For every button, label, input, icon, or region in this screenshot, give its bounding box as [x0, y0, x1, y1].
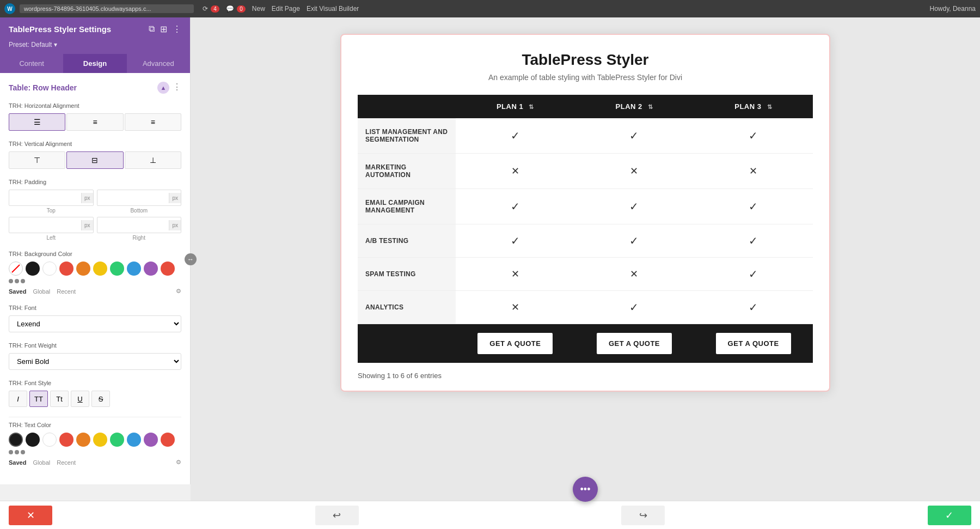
color-transparent[interactable]: [9, 262, 23, 276]
edit-page-button[interactable]: Edit Page: [272, 5, 300, 13]
new-button[interactable]: New: [252, 5, 265, 13]
cancel-button[interactable]: ✕: [9, 506, 52, 525]
text-color-black-active[interactable]: [9, 433, 23, 447]
url-bar[interactable]: wordpress-784896-3610405.cloudwaysapps.c…: [20, 4, 194, 13]
collapse-button[interactable]: ▲: [157, 82, 169, 94]
text-color-yellow[interactable]: [93, 433, 107, 447]
text-color-white[interactable]: [42, 433, 57, 447]
padding-top-input[interactable]: [9, 192, 81, 204]
strikethrough-button[interactable]: S: [91, 391, 110, 407]
header-plan3[interactable]: PLAN 3 ⇅: [694, 95, 813, 118]
text-color-blue[interactable]: [127, 433, 141, 447]
padding-left-input[interactable]: [9, 219, 81, 231]
color-blue[interactable]: [127, 262, 141, 276]
underline-button[interactable]: U: [71, 391, 89, 407]
copy-icon[interactable]: ⧉: [149, 24, 155, 34]
tab-design[interactable]: Design: [63, 54, 126, 73]
align-center-button[interactable]: ≡: [66, 113, 123, 131]
valign-bottom-button[interactable]: ⊥: [125, 151, 181, 169]
table-footer-row: GET A QUOTE GET A QUOTE GET A QUOTE: [358, 324, 813, 363]
color-settings-gear[interactable]: ⚙: [176, 288, 181, 295]
header-plan1[interactable]: PLAN 1 ⇅: [456, 95, 575, 118]
valign-middle-button[interactable]: ⊟: [66, 151, 123, 169]
check-icon: ✓: [749, 268, 758, 280]
plan1-cell-row5: ✕: [456, 291, 575, 324]
fab-button[interactable]: •••: [573, 477, 598, 501]
wordpress-icon[interactable]: W: [4, 3, 15, 14]
text-color-purple[interactable]: [144, 433, 158, 447]
check-icon: ✓: [511, 235, 520, 247]
tab-content[interactable]: Content: [0, 54, 63, 73]
padding-top-unit[interactable]: px: [81, 193, 93, 203]
color-white[interactable]: [42, 262, 57, 276]
color-red2[interactable]: [161, 262, 175, 276]
text-color-green[interactable]: [110, 433, 124, 447]
table-showing-text: Showing 1 to 6 of 6 entries: [358, 372, 813, 380]
check-icon: ✓: [629, 235, 639, 247]
align-left-button[interactable]: ☰: [9, 113, 65, 131]
check-icon: ✓: [749, 130, 758, 142]
saved-tab[interactable]: Saved: [9, 288, 26, 295]
font-select[interactable]: Lexend: [9, 315, 181, 332]
section-more-icon[interactable]: ⋮: [173, 82, 181, 94]
plan2-cell-row1: ✕: [575, 154, 694, 189]
text-recent-tab[interactable]: Recent: [57, 459, 76, 466]
header-plan2[interactable]: PLAN 2 ⇅: [575, 95, 694, 118]
padding-right-input[interactable]: [97, 219, 169, 231]
align-right-button[interactable]: ≡: [125, 113, 181, 131]
text-color-settings-gear[interactable]: ⚙: [176, 459, 181, 466]
footer-plan1: GET A QUOTE: [456, 324, 575, 363]
sidebar-header-icons: ⧉ ⊞ ⋮: [149, 24, 181, 34]
color-black[interactable]: [26, 262, 40, 276]
padding-right-unit[interactable]: px: [169, 220, 181, 230]
uppercase-button[interactable]: TT: [29, 391, 48, 407]
text-color-black[interactable]: [26, 433, 40, 447]
recent-tab[interactable]: Recent: [57, 288, 76, 295]
valign-top-button[interactable]: ⊤: [9, 151, 65, 169]
color-red[interactable]: [59, 262, 74, 276]
divider: [9, 417, 181, 417]
cross-icon: ✕: [630, 166, 638, 177]
font-weight-select[interactable]: Semi Bold: [9, 353, 181, 370]
padding-bottom-input[interactable]: [97, 192, 169, 204]
text-color-red2[interactable]: [161, 433, 175, 447]
comparison-table: PLAN 1 ⇅ PLAN 2 ⇅ PLAN 3 ⇅ LIST MANAGEME…: [358, 95, 813, 363]
exit-visual-builder-button[interactable]: Exit Visual Builder: [307, 5, 359, 13]
h-align-buttons: ☰ ≡ ≡: [9, 113, 181, 131]
padding-bottom-unit[interactable]: px: [169, 193, 181, 203]
get-quote-plan2-button[interactable]: GET A QUOTE: [597, 333, 672, 354]
text-global-tab[interactable]: Global: [33, 459, 50, 466]
color-orange[interactable]: [76, 262, 90, 276]
padding-bottom-label: Bottom: [97, 208, 182, 214]
italic-button[interactable]: I: [9, 391, 27, 407]
table-row: EMAIL CAMPAIGN MANAGEMENT✓✓✓: [358, 189, 813, 224]
global-tab[interactable]: Global: [33, 288, 50, 295]
check-icon: ✓: [749, 235, 758, 247]
more-options-icon[interactable]: ⋮: [173, 24, 181, 34]
trh-font-weight-label: TRH: Font Weight: [9, 342, 181, 349]
plan2-cell-row4: ✕: [575, 258, 694, 291]
text-saved-tab[interactable]: Saved: [9, 459, 26, 466]
preset-selector[interactable]: Preset: Default: [0, 41, 190, 54]
save-button[interactable]: ✓: [928, 506, 971, 525]
capitalize-button[interactable]: Tt: [50, 391, 69, 407]
check-icon: ✓: [749, 301, 758, 313]
color-yellow[interactable]: [93, 262, 107, 276]
color-purple[interactable]: [144, 262, 158, 276]
get-quote-plan1-button[interactable]: GET A QUOTE: [477, 333, 553, 354]
trh-horizontal-alignment: TRH: Horizontal Alignment ☰ ≡ ≡: [9, 102, 181, 131]
tab-advanced[interactable]: Advanced: [127, 54, 190, 73]
text-color-orange[interactable]: [76, 433, 90, 447]
undo-button[interactable]: ↩: [315, 506, 359, 525]
grid-icon[interactable]: ⊞: [160, 24, 167, 34]
color-green[interactable]: [110, 262, 124, 276]
cache-icon[interactable]: ⟳ 4: [203, 5, 219, 13]
sidebar-tabs: Content Design Advanced: [0, 54, 190, 73]
redo-button[interactable]: ↪: [621, 506, 665, 525]
padding-left-unit[interactable]: px: [81, 220, 93, 230]
get-quote-plan3-button[interactable]: GET A QUOTE: [716, 333, 791, 354]
sidebar-content: Table: Row Header ▲ ⋮ TRH: Horizontal Al…: [0, 73, 190, 484]
comments-icon[interactable]: 💬 0: [226, 5, 246, 13]
sidebar-drag-handle[interactable]: ↔: [185, 253, 197, 265]
text-color-red[interactable]: [59, 433, 74, 447]
